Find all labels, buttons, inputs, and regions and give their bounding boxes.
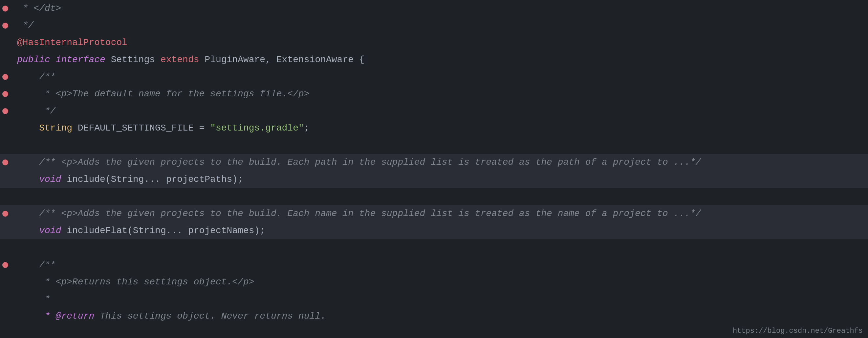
gutter-indicator — [0, 194, 10, 200]
line-content: * <p>The default name for the settings f… — [10, 87, 310, 102]
code-line — [0, 188, 868, 205]
code-line: /** <p>Adds the given projects to the bu… — [0, 205, 868, 222]
line-content: * — [10, 292, 50, 307]
line-content: */ — [10, 19, 33, 33]
code-line: * </dt> — [0, 0, 868, 17]
token-plain — [17, 260, 39, 270]
code-line — [0, 240, 868, 256]
gutter-indicator — [0, 313, 10, 319]
token-plain: includeFlat(String... projectNames); — [61, 226, 265, 236]
gutter-indicator — [0, 91, 10, 97]
token-plain: DEFAULT_SETTINGS_FILE = — [72, 123, 210, 133]
code-line: void include(String... projectPaths); — [0, 171, 868, 188]
gutter-indicator — [0, 125, 10, 131]
code-line: */ — [0, 103, 868, 120]
line-content: * </dt> — [10, 1, 61, 16]
token-plain — [17, 226, 39, 236]
gutter-dot — [2, 6, 8, 11]
code-line: * @return This settings object. Never re… — [0, 308, 868, 325]
line-content: @HasInternalProtocol — [10, 35, 127, 50]
token-comment: /** — [39, 260, 56, 270]
line-content: void include(String... projectPaths); — [10, 172, 243, 187]
gutter-dot — [2, 91, 8, 97]
token-comment: * <p>Returns this settings object.</p> — [45, 277, 254, 287]
token-plain — [17, 72, 39, 82]
token-plain: ; — [304, 123, 310, 133]
gutter-indicator — [0, 211, 10, 217]
gutter-dot — [2, 160, 8, 165]
gutter-indicator — [0, 23, 10, 29]
token-plain: Settings — [105, 55, 160, 65]
line-content: /** <p>Adds the given projects to the bu… — [10, 155, 701, 170]
gutter-indicator — [0, 40, 10, 46]
token-kw-void: void — [39, 226, 61, 236]
token-kw-void: void — [39, 174, 61, 185]
gutter-indicator — [0, 74, 10, 80]
gutter-dot — [2, 108, 8, 114]
token-plain: include(String... projectPaths); — [61, 174, 243, 185]
token-plain — [17, 174, 39, 185]
token-plain — [50, 55, 56, 65]
token-kw-extends: extends — [160, 55, 199, 65]
gutter-indicator — [0, 262, 10, 268]
code-lines: * </dt> */@HasInternalProtocolpublic int… — [0, 0, 868, 325]
line-content: /** <p>Adds the given projects to the bu… — [10, 206, 701, 221]
token-comment: This settings object. Never returns null… — [94, 311, 326, 321]
gutter-dot-empty — [2, 57, 8, 63]
gutter-indicator — [0, 176, 10, 182]
token-kw-string-type: String — [39, 123, 72, 133]
token-comment: /** <p>Adds the given projects to the bu… — [39, 157, 701, 167]
token-comment-return: * @return — [45, 311, 94, 321]
token-plain — [17, 123, 39, 133]
line-content: String DEFAULT_SETTINGS_FILE = "settings… — [10, 121, 310, 136]
code-line: * <p>The default name for the settings f… — [0, 85, 868, 103]
token-comment: * — [45, 294, 50, 304]
token-plain: PluginAware, ExtensionAware { — [199, 55, 365, 65]
gutter-indicator — [0, 6, 10, 11]
gutter-indicator — [0, 160, 10, 165]
token-plain — [17, 106, 45, 116]
gutter-indicator — [0, 245, 10, 251]
token-comment: /** <p>Adds the given projects to the bu… — [39, 208, 701, 219]
token-kw-public: public — [17, 55, 50, 65]
line-content — [10, 138, 23, 153]
gutter-dot-empty — [2, 296, 8, 302]
line-content — [10, 241, 23, 255]
token-plain — [17, 157, 39, 167]
gutter-dot-empty — [2, 176, 8, 182]
token-string-literal: "settings.gradle" — [210, 123, 304, 133]
code-line: public interface Settings extends Plugin… — [0, 51, 868, 68]
gutter-dot-empty — [2, 279, 8, 285]
token-kw-interface: interface — [56, 55, 105, 65]
gutter-indicator — [0, 57, 10, 63]
gutter-indicator — [0, 108, 10, 114]
line-content: public interface Settings extends Plugin… — [10, 53, 365, 67]
status-bar: https://blog.csdn.net/Greathfs — [727, 324, 868, 338]
token-plain — [17, 311, 45, 321]
token-plain — [17, 208, 39, 219]
code-line: /** <p>Adds the given projects to the bu… — [0, 154, 868, 171]
token-comment: * <p>The default name for the settings f… — [45, 89, 310, 99]
gutter-dot-empty — [2, 142, 8, 148]
code-line: void includeFlat(String... projectNames)… — [0, 222, 868, 240]
line-content: /** — [10, 70, 56, 84]
token-comment: */ — [17, 20, 33, 31]
token-comment: * </dt> — [17, 3, 61, 13]
token-plain — [17, 277, 45, 287]
line-content: * @return This settings object. Never re… — [10, 309, 326, 324]
code-editor: * </dt> */@HasInternalProtocolpublic int… — [0, 0, 868, 338]
code-line: */ — [0, 17, 868, 34]
line-content: */ — [10, 104, 56, 119]
gutter-dot-empty — [2, 40, 8, 46]
gutter-indicator — [0, 142, 10, 148]
gutter-dot-empty — [2, 125, 8, 131]
gutter-dot-empty — [2, 194, 8, 200]
gutter-dot-empty — [2, 245, 8, 251]
gutter-dot — [2, 74, 8, 80]
gutter-indicator — [0, 228, 10, 234]
token-comment: */ — [45, 106, 56, 116]
gutter-dot-empty — [2, 228, 8, 234]
code-line: /** — [0, 256, 868, 274]
line-content: /** — [10, 258, 56, 273]
code-line: /** — [0, 68, 868, 85]
